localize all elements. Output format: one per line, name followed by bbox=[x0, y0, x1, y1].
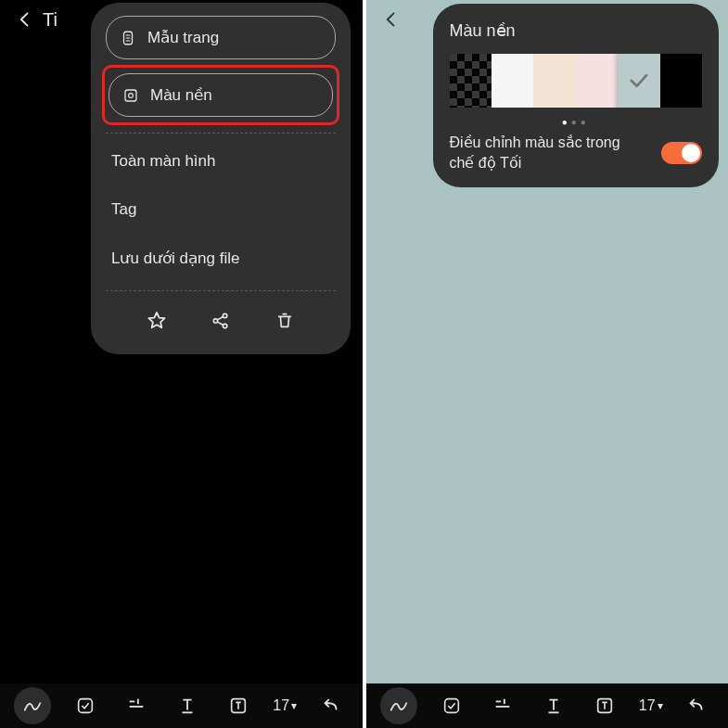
page-dots: ●●● bbox=[450, 117, 703, 127]
separator bbox=[106, 290, 336, 291]
menu-template-button[interactable]: Mẫu trang bbox=[106, 16, 336, 59]
font-size-tool[interactable]: 17 ▾ bbox=[273, 689, 297, 722]
svg-point-5 bbox=[129, 93, 134, 97]
page-title: Ti bbox=[43, 9, 57, 31]
darkmode-label: Điều chỉnh màu sắc trong chế độ Tối bbox=[450, 133, 649, 172]
background-color-panel: Màu nền ●●● Điều chỉnh màu sắc trong chế… bbox=[433, 4, 720, 187]
menu-background-button[interactable]: Màu nền bbox=[109, 73, 333, 117]
menu-tag[interactable]: Tag bbox=[106, 185, 336, 234]
darkmode-toggle-row: Điều chỉnh màu sắc trong chế độ Tối bbox=[450, 133, 703, 172]
color-swatch-pink[interactable] bbox=[576, 54, 618, 108]
toggle-knob bbox=[682, 144, 700, 162]
menu-fullscreen[interactable]: Toàn màn hình bbox=[106, 137, 336, 185]
svg-point-7 bbox=[223, 313, 226, 317]
back-button[interactable] bbox=[7, 2, 43, 37]
font-size-value: 17 bbox=[273, 697, 289, 714]
menu-savefile[interactable]: Lưu dưới dạng file bbox=[106, 234, 336, 283]
text-box-tool[interactable] bbox=[588, 689, 621, 722]
star-icon[interactable] bbox=[140, 304, 173, 338]
pen-tool[interactable] bbox=[14, 687, 51, 724]
context-menu: Mẫu trang Màu nền Toàn màn hình Tag Lưu … bbox=[91, 3, 351, 354]
list-tool[interactable] bbox=[120, 689, 153, 722]
svg-rect-4 bbox=[125, 90, 136, 101]
text-underline-tool[interactable] bbox=[537, 689, 570, 722]
checkbox-tool[interactable] bbox=[69, 689, 102, 722]
svg-point-8 bbox=[223, 324, 226, 327]
font-size-value: 17 bbox=[639, 697, 656, 714]
back-button[interactable] bbox=[374, 2, 409, 37]
background-color-icon bbox=[122, 87, 139, 104]
menu-background-label: Màu nền bbox=[150, 85, 212, 105]
panel-title: Màu nền bbox=[450, 20, 703, 41]
text-underline-tool[interactable] bbox=[171, 689, 204, 722]
color-swatch-teal[interactable] bbox=[618, 54, 659, 108]
chevron-down-icon: ▾ bbox=[291, 699, 297, 712]
font-size-tool[interactable]: 17 ▾ bbox=[639, 689, 663, 722]
svg-line-10 bbox=[217, 322, 223, 325]
svg-rect-16 bbox=[445, 699, 459, 713]
screen-right: Màu nền ●●● Điều chỉnh màu sắc trong chế… bbox=[364, 0, 729, 728]
screen-left: Ti Mẫu trang Màu nền Toàn màn hình Tag L… bbox=[0, 0, 364, 728]
color-swatch-white[interactable] bbox=[492, 54, 533, 108]
color-swatch-row bbox=[450, 54, 703, 108]
svg-line-9 bbox=[217, 317, 223, 320]
undo-tool[interactable] bbox=[314, 689, 348, 722]
color-swatch-black[interactable] bbox=[660, 54, 702, 108]
list-tool[interactable] bbox=[486, 689, 519, 722]
chevron-down-icon: ▾ bbox=[658, 699, 663, 712]
menu-template-label: Mẫu trang bbox=[147, 28, 219, 47]
svg-rect-11 bbox=[79, 699, 93, 713]
toolbar: 17 ▾ bbox=[366, 683, 729, 728]
page-template-icon bbox=[120, 30, 136, 46]
text-box-tool[interactable] bbox=[222, 689, 255, 722]
separator bbox=[106, 133, 336, 134]
pen-tool[interactable] bbox=[380, 687, 417, 724]
action-row bbox=[106, 295, 336, 338]
checkbox-tool[interactable] bbox=[435, 689, 468, 722]
undo-tool[interactable] bbox=[680, 689, 713, 722]
share-icon[interactable] bbox=[204, 304, 237, 338]
darkmode-toggle[interactable] bbox=[661, 142, 702, 164]
color-swatch-cream[interactable] bbox=[533, 54, 575, 108]
highlight-frame: Màu nền bbox=[102, 65, 339, 125]
toolbar: 17 ▾ bbox=[0, 683, 363, 728]
color-swatch-transparent[interactable] bbox=[450, 54, 492, 108]
trash-icon[interactable] bbox=[268, 304, 301, 338]
svg-point-6 bbox=[213, 319, 217, 323]
